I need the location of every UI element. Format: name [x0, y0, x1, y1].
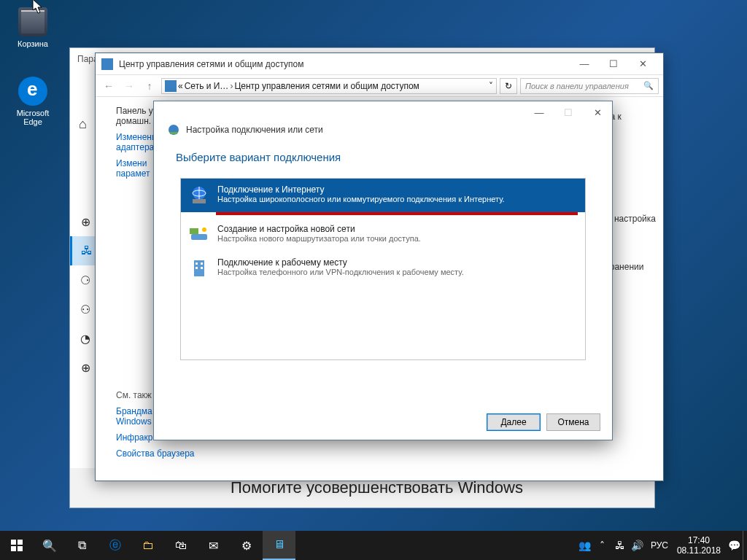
- opt2-title: Создание и настройка новой сети: [217, 224, 421, 234]
- tray-network-icon[interactable]: 🖧: [611, 531, 629, 560]
- svg-point-7: [202, 228, 206, 232]
- wizard-header-text: Настройка подключения или сети: [186, 125, 323, 135]
- connection-wizard: ― ☐ ✕ Настройка подключения или сети Выб…: [153, 101, 613, 440]
- refresh-button[interactable]: ↻: [500, 78, 517, 94]
- svg-rect-10: [201, 262, 203, 265]
- search-button[interactable]: 🔍: [33, 531, 66, 560]
- wizard-minimize-button[interactable]: ―: [525, 102, 554, 122]
- wizard-buttons: Далее Отмена: [487, 413, 600, 431]
- tray-up-icon[interactable]: ˄: [594, 531, 611, 560]
- svg-rect-9: [196, 262, 198, 265]
- opt3-desc: Настройка телефонного или VPN-подключени…: [217, 268, 464, 276]
- option-internet[interactable]: Подключение к Интернету Настройка широко…: [181, 179, 585, 212]
- home-icon[interactable]: ⌂: [79, 117, 87, 132]
- cp-toolbar: ← → ↑ « Сеть и И… › Центр управления сет…: [96, 75, 663, 97]
- wizard-icon: [167, 123, 180, 136]
- bc-dropdown-icon[interactable]: ˅: [489, 81, 493, 91]
- taskbar-control-panel[interactable]: 🖥: [263, 531, 295, 560]
- edge-label: Microsoft Edge: [7, 109, 58, 126]
- taskbar: 🔍 ⧉ ⓔ 🗀 🛍 ✉ ⚙ 🖥 👥 ˄ 🖧 🔊 РУС 17:40 08.11.…: [0, 531, 747, 560]
- task-view-button[interactable]: ⧉: [66, 531, 98, 560]
- svg-rect-15: [11, 546, 16, 551]
- opt1-desc: Настройка широкополосного или коммутируе…: [217, 195, 505, 203]
- option-new-network[interactable]: Создание и настройка новой сети Настройк…: [181, 218, 585, 252]
- cursor-icon: [32, 0, 44, 15]
- wizard-title: Выберите вариант подключения: [154, 144, 612, 168]
- router-icon: [188, 224, 210, 246]
- recycle-label: Корзина: [7, 39, 58, 48]
- bc-seg2[interactable]: Центр управления сетями и общим доступом: [234, 81, 419, 91]
- svg-rect-11: [196, 267, 198, 269]
- opt2-desc: Настройка нового маршрутизатора или точк…: [217, 234, 421, 243]
- tray-date: 08.11.2018: [677, 545, 721, 556]
- globe-icon: [188, 184, 210, 206]
- taskbar-explorer[interactable]: 🗀: [131, 531, 164, 560]
- svg-rect-6: [190, 228, 198, 234]
- tray-clock[interactable]: 17:40 08.11.2018: [673, 531, 725, 560]
- svg-rect-12: [201, 267, 203, 269]
- close-button[interactable]: ✕: [628, 54, 657, 74]
- svg-rect-1: [170, 132, 177, 134]
- cancel-button[interactable]: Отмена: [546, 413, 600, 431]
- svg-rect-14: [18, 540, 23, 545]
- back-button[interactable]: ←: [100, 77, 117, 95]
- svg-rect-5: [191, 234, 207, 240]
- taskbar-mail[interactable]: ✉: [197, 531, 230, 560]
- bc-icon: [165, 80, 177, 92]
- tray-notifications-icon[interactable]: 💬: [725, 531, 743, 560]
- option-workplace[interactable]: Подключение к рабочему месту Настройка т…: [181, 252, 585, 285]
- tray-language[interactable]: РУС: [646, 531, 673, 560]
- up-button[interactable]: ↑: [141, 77, 158, 95]
- chevron-icon: ›: [230, 81, 233, 91]
- link-browser-props[interactable]: Свойства браузера: [116, 448, 201, 459]
- cp-title: Центр управления сетями и общим доступом: [119, 59, 570, 69]
- highlight-underline: [216, 212, 578, 215]
- wizard-close-button[interactable]: ✕: [583, 102, 612, 122]
- bc-seg1[interactable]: Сеть и И…: [185, 81, 229, 91]
- search-icon: 🔍: [643, 81, 654, 90]
- bc-prefix: «: [178, 81, 183, 91]
- wizard-maximize-button[interactable]: ☐: [554, 102, 583, 122]
- show-desktop[interactable]: [743, 531, 747, 560]
- minimize-button[interactable]: ―: [570, 54, 599, 74]
- wizard-titlebar[interactable]: ― ☐ ✕: [154, 101, 612, 123]
- maximize-button[interactable]: ☐: [599, 54, 628, 74]
- cp-titlebar[interactable]: Центр управления сетями и общим доступом…: [96, 53, 663, 75]
- tray-time: 17:40: [688, 535, 710, 545]
- taskbar-settings[interactable]: ⚙: [230, 531, 263, 560]
- building-icon: [188, 257, 210, 279]
- wizard-header: Настройка подключения или сети: [154, 123, 612, 144]
- cp-search-placeholder: Поиск в панели управления: [525, 82, 629, 90]
- tray-volume-icon[interactable]: 🔊: [629, 531, 646, 560]
- tray-people-icon[interactable]: 👥: [576, 531, 594, 560]
- edge-shortcut[interactable]: Microsoft Edge: [7, 77, 58, 126]
- cp-search-input[interactable]: Поиск в панели управления 🔍: [520, 78, 659, 94]
- svg-rect-4: [193, 199, 206, 203]
- taskbar-edge[interactable]: ⓔ: [98, 531, 131, 560]
- opt1-title: Подключение к Интернету: [217, 184, 505, 195]
- svg-rect-13: [11, 540, 16, 545]
- opt3-title: Подключение к рабочему месту: [217, 257, 464, 268]
- taskbar-store[interactable]: 🛍: [164, 531, 197, 560]
- next-button[interactable]: Далее: [487, 413, 541, 431]
- edge-icon: [18, 77, 47, 106]
- breadcrumb[interactable]: « Сеть и И… › Центр управления сетями и …: [161, 78, 497, 94]
- cp-app-icon: [101, 58, 113, 70]
- svg-rect-16: [18, 546, 23, 551]
- connection-options-list: Подключение к Интернету Настройка широко…: [180, 178, 586, 360]
- forward-button[interactable]: →: [120, 77, 138, 95]
- start-button[interactable]: [0, 531, 33, 560]
